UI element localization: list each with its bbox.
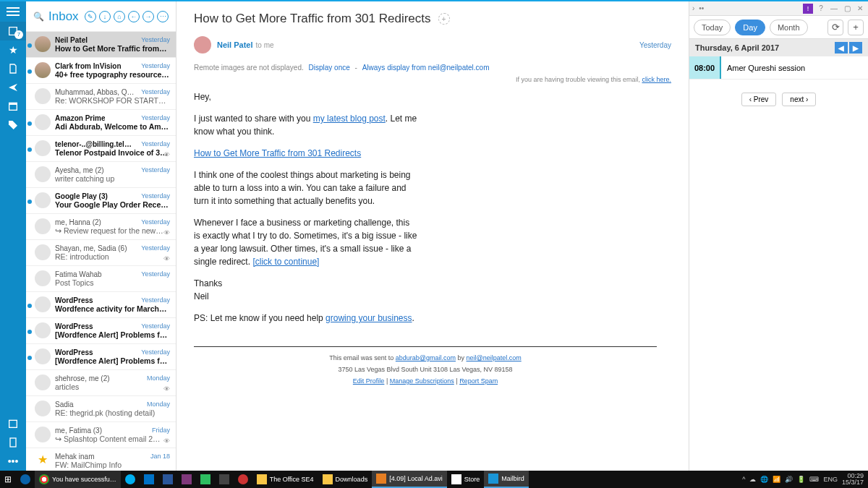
report-spam-link[interactable]: Report Spam bbox=[459, 377, 498, 385]
minimize-icon[interactable]: — bbox=[829, 4, 839, 12]
tray-up-icon[interactable]: ^ bbox=[742, 476, 745, 483]
tray-date[interactable]: 15/3/17 bbox=[842, 479, 864, 486]
message-item[interactable]: WordPressYesterday[Wordfence Alert] Prob… bbox=[26, 318, 176, 344]
reply-button[interactable]: ← bbox=[128, 11, 140, 22]
task-outlook[interactable] bbox=[140, 471, 158, 488]
task-word[interactable] bbox=[158, 471, 177, 488]
today-button[interactable]: Today bbox=[694, 20, 731, 35]
task-evernote[interactable] bbox=[196, 471, 215, 488]
sender-name[interactable]: Neil Patel bbox=[217, 40, 253, 49]
calendar-date: Thursday, 6 April 2017 bbox=[695, 43, 779, 52]
calendar-event[interactable]: 08:00 Amer Qureshi session bbox=[689, 56, 868, 80]
day-view-button[interactable]: Day bbox=[735, 20, 765, 35]
rail-sent[interactable] bbox=[0, 78, 26, 97]
download-button[interactable]: ↓ bbox=[99, 11, 111, 22]
message-subject: Your Google Play Order Recei… bbox=[55, 200, 170, 209]
next-page-button[interactable]: next › bbox=[782, 93, 816, 106]
message-item[interactable]: Google Play (3)YesterdayYour Google Play… bbox=[26, 188, 176, 214]
message-item[interactable]: me, Hanna (2)Yesterday↪ Review request f… bbox=[26, 214, 176, 240]
rail-inbox[interactable]: 7 bbox=[0, 22, 26, 40]
rail-starred[interactable]: ★ bbox=[0, 40, 26, 59]
click-here-link[interactable]: click here. bbox=[642, 76, 671, 83]
tray-vol-icon[interactable]: 🔊 bbox=[785, 476, 793, 483]
email-date: Yesterday bbox=[639, 41, 671, 49]
tray-earth-icon[interactable]: 🌐 bbox=[760, 476, 768, 483]
back-icon[interactable]: › bbox=[692, 4, 694, 12]
prev-day-button[interactable]: ◀ bbox=[835, 42, 848, 53]
refresh-button[interactable]: ⟳ bbox=[827, 20, 843, 35]
task-app1[interactable] bbox=[215, 471, 234, 488]
tray-net-icon[interactable]: 📶 bbox=[773, 476, 780, 483]
rail-calendar[interactable] bbox=[0, 414, 26, 433]
tray-kb-icon[interactable]: ⌨ bbox=[809, 476, 819, 483]
maximize-icon[interactable]: ▢ bbox=[842, 4, 852, 12]
rail-tags[interactable] bbox=[0, 116, 26, 134]
task-folder-office[interactable]: The Office SE4 bbox=[252, 471, 318, 488]
message-item[interactable]: Fatima WahabYesterdayPost Topics bbox=[26, 266, 176, 292]
remote-images-notice: Remote images are not displayed. Display… bbox=[194, 64, 671, 72]
message-time: Yesterday bbox=[141, 218, 170, 226]
avatar bbox=[35, 218, 51, 234]
task-mailbird[interactable]: Mailbird bbox=[484, 471, 529, 488]
message-time: Monday bbox=[147, 401, 170, 408]
rail-archive[interactable] bbox=[0, 97, 26, 116]
message-item[interactable]: Amazon PrimeYesterdayAdi Abdurab, Welcom… bbox=[26, 110, 176, 136]
message-item[interactable]: Shayan, me, Sadia (6)YesterdayRE: introd… bbox=[26, 240, 176, 266]
message-item[interactable]: Clark from InVisionYesterday40+ free typ… bbox=[26, 58, 176, 84]
prev-page-button[interactable]: ‹ Prev bbox=[741, 93, 777, 106]
archive-button[interactable]: ⌂ bbox=[114, 11, 125, 22]
edit-profile-link[interactable]: Edit Profile bbox=[353, 377, 385, 385]
always-display-link[interactable]: Always display from neil@neilpatel.com bbox=[362, 64, 490, 72]
message-item[interactable]: Ayesha, me (2)Yesterdaywriter catching u… bbox=[26, 162, 176, 188]
manage-subs-link[interactable]: Manage Subscriptions bbox=[390, 377, 454, 385]
close-icon[interactable]: ✕ bbox=[855, 4, 865, 12]
edge-icon[interactable] bbox=[16, 471, 35, 488]
message-item[interactable]: ★Mehak inamJan 18FW: MailChimp Info bbox=[26, 448, 176, 471]
tray-cloud-icon[interactable]: ☁ bbox=[749, 476, 756, 483]
rail-more[interactable]: ••• bbox=[0, 452, 26, 471]
message-subject: ↪ Review request for the new… bbox=[55, 226, 170, 235]
task-app2[interactable] bbox=[234, 471, 252, 488]
compose-button[interactable]: ✎ bbox=[85, 11, 96, 22]
message-item[interactable]: WordPressYesterdayWordfence activity for… bbox=[26, 292, 176, 318]
message-time: Yesterday bbox=[141, 270, 170, 278]
start-button[interactable]: ⊞ bbox=[0, 471, 16, 488]
footer-from-link[interactable]: neil@neilpatel.com bbox=[467, 354, 522, 361]
more-button[interactable]: ⋯ bbox=[157, 11, 169, 22]
forward-button[interactable]: → bbox=[142, 11, 154, 22]
growing-business-link[interactable]: growing your business bbox=[326, 313, 412, 323]
tray-lang[interactable]: ENG bbox=[823, 476, 838, 483]
message-item[interactable]: Muhammad, Abbas, Qureshi (6)YesterdayRe:… bbox=[26, 84, 176, 110]
article-title-link[interactable]: How to Get More Traffic from 301 Redirec… bbox=[194, 148, 361, 158]
message-item[interactable]: WordPressYesterday[Wordfence Alert] Prob… bbox=[26, 344, 176, 370]
add-event-button[interactable]: + bbox=[848, 20, 864, 35]
message-item[interactable]: SadiaMondayRE: thegrid.pk (hosting detai… bbox=[26, 396, 176, 422]
overflow-icon[interactable]: •• bbox=[699, 4, 704, 12]
system-tray[interactable]: ^ ☁ 🌐 📶 🔊 🔋 ⌨ ENG 00:29 15/3/17 bbox=[742, 473, 868, 486]
month-view-button[interactable]: Month bbox=[770, 20, 808, 35]
message-item[interactable]: Neil PatelYesterdayHow to Get More Traff… bbox=[26, 32, 176, 58]
task-video[interactable]: [4.09] Local Ad.avi bbox=[372, 471, 447, 488]
message-item[interactable]: shehrose, me (2)Mondayarticles👁 bbox=[26, 370, 176, 396]
next-day-button[interactable]: ▶ bbox=[849, 42, 862, 53]
message-item[interactable]: me, Fatima (3)Friday↪ Splashtop Content … bbox=[26, 422, 176, 448]
blog-post-link[interactable]: my latest blog post bbox=[313, 114, 386, 124]
hamburger-icon[interactable] bbox=[7, 7, 20, 9]
task-store[interactable]: Store bbox=[447, 471, 485, 488]
avatar bbox=[35, 140, 51, 156]
chrome-notify[interactable]: You have successfu… bbox=[35, 471, 121, 488]
tray-batt-icon[interactable]: 🔋 bbox=[797, 476, 805, 483]
message-item[interactable]: telenor-..@billing.telenor.com.pkYesterd… bbox=[26, 136, 176, 162]
rail-notes[interactable] bbox=[0, 433, 26, 452]
task-onenote[interactable] bbox=[177, 471, 196, 488]
continue-link[interactable]: [click to continue] bbox=[252, 257, 319, 267]
onenote-icon[interactable]: ! bbox=[803, 4, 813, 14]
help-icon[interactable]: ? bbox=[816, 4, 826, 12]
task-skype[interactable] bbox=[121, 471, 140, 488]
display-once-link[interactable]: Display once bbox=[309, 64, 350, 72]
footer-to-link[interactable]: abdurab@gmail.com bbox=[396, 354, 456, 361]
search-icon[interactable]: 🔍 bbox=[33, 12, 44, 22]
rail-drafts[interactable] bbox=[0, 59, 26, 78]
task-folder-downloads[interactable]: Downloads bbox=[318, 471, 373, 488]
tag-add-icon[interactable]: + bbox=[438, 13, 450, 25]
